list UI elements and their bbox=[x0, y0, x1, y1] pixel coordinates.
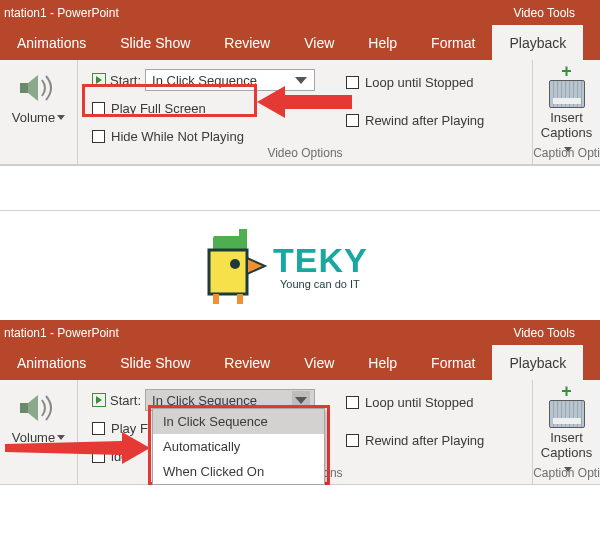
group-label-video-options: Video Options bbox=[78, 146, 532, 160]
start-dropdown-list[interactable]: In Click Sequence Automatically When Cli… bbox=[152, 408, 325, 485]
svg-marker-11 bbox=[28, 395, 38, 421]
panel-bottom: ntation1 - PowerPoint Video Tools Animat… bbox=[0, 320, 600, 485]
document-area bbox=[0, 165, 600, 210]
play-full-screen-label-truncated: Play F bbox=[111, 421, 148, 436]
svg-rect-9 bbox=[237, 294, 243, 304]
ribbon: Volume Start: In Click Sequence Play F bbox=[0, 380, 600, 485]
group-volume: Volume bbox=[0, 60, 78, 164]
loop-label: Loop until Stopped bbox=[365, 75, 473, 90]
rewind-checkbox[interactable] bbox=[346, 434, 359, 447]
tab-review[interactable]: Review bbox=[207, 345, 287, 380]
svg-marker-1 bbox=[28, 75, 38, 101]
volume-icon[interactable] bbox=[18, 390, 60, 426]
tab-view[interactable]: View bbox=[287, 345, 351, 380]
captions-icon[interactable] bbox=[549, 400, 585, 428]
contextual-tab-title: Video Tools bbox=[513, 6, 600, 20]
document-title: ntation1 - PowerPoint bbox=[0, 6, 119, 20]
group-label-caption-options: Caption Opti bbox=[533, 146, 600, 160]
loop-checkbox[interactable] bbox=[346, 396, 359, 409]
hide-while-not-playing-row[interactable]: Hide While Not Playing bbox=[92, 124, 342, 148]
logo-strip: TEKY Young can do IT bbox=[0, 210, 600, 320]
play-full-screen-label: Play Full Screen bbox=[111, 101, 206, 116]
tab-slide-show[interactable]: Slide Show bbox=[103, 345, 207, 380]
group-label-caption-options: Caption Opti bbox=[533, 466, 600, 480]
insert-captions-label: Insert Captions bbox=[541, 110, 592, 140]
loop-row[interactable]: Loop until Stopped bbox=[346, 390, 526, 414]
tab-format[interactable]: Format bbox=[414, 345, 492, 380]
svg-rect-8 bbox=[213, 294, 219, 304]
svg-rect-4 bbox=[239, 229, 247, 239]
volume-button[interactable]: Volume bbox=[12, 110, 65, 125]
start-dropdown-value: In Click Sequence bbox=[152, 393, 257, 408]
teky-logo: TEKY Young can do IT bbox=[195, 226, 405, 306]
contextual-tab-title: Video Tools bbox=[513, 326, 600, 340]
hide-while-not-playing-label-truncated: ide bbox=[111, 449, 128, 464]
group-captions: + Insert Captions Caption Opti bbox=[533, 380, 600, 484]
tab-playback[interactable]: Playback bbox=[492, 345, 583, 380]
start-label: Start: bbox=[110, 393, 141, 408]
start-dropdown-value: In Click Sequence bbox=[152, 73, 257, 88]
logo-brand: TEKY bbox=[273, 241, 368, 279]
tab-slide-show[interactable]: Slide Show bbox=[103, 25, 207, 60]
ribbon-tabs: Animations Slide Show Review View Help F… bbox=[0, 25, 600, 60]
svg-marker-7 bbox=[247, 258, 265, 274]
hide-while-not-playing-label: Hide While Not Playing bbox=[111, 129, 244, 144]
volume-button[interactable]: Volume bbox=[12, 430, 65, 445]
group-volume: Volume bbox=[0, 380, 78, 484]
ribbon-tabs: Animations Slide Show Review View Help F… bbox=[0, 345, 600, 380]
tab-help[interactable]: Help bbox=[351, 25, 414, 60]
volume-icon[interactable] bbox=[18, 70, 60, 106]
rewind-checkbox[interactable] bbox=[346, 114, 359, 127]
tab-review[interactable]: Review bbox=[207, 25, 287, 60]
group-video-options: Start: In Click Sequence Play Full Scree… bbox=[78, 60, 533, 164]
svg-rect-0 bbox=[20, 83, 28, 93]
tab-playback[interactable]: Playback bbox=[492, 25, 583, 60]
play-full-screen-checkbox[interactable] bbox=[92, 422, 105, 435]
loop-label: Loop until Stopped bbox=[365, 395, 473, 410]
play-icon bbox=[92, 73, 106, 87]
volume-label: Volume bbox=[12, 110, 55, 125]
loop-row[interactable]: Loop until Stopped bbox=[346, 70, 526, 94]
chevron-down-icon bbox=[292, 391, 310, 409]
hide-while-not-playing-checkbox[interactable] bbox=[92, 130, 105, 143]
rewind-row[interactable]: Rewind after Playing bbox=[346, 108, 526, 132]
title-bar: ntation1 - PowerPoint Video Tools bbox=[0, 320, 600, 345]
svg-rect-5 bbox=[209, 250, 247, 294]
chevron-down-icon bbox=[292, 71, 310, 89]
title-bar: ntation1 - PowerPoint Video Tools bbox=[0, 0, 600, 25]
group-captions: + Insert Captions Caption Opti bbox=[533, 60, 600, 164]
tab-animations[interactable]: Animations bbox=[0, 345, 103, 380]
volume-label: Volume bbox=[12, 430, 55, 445]
tab-format[interactable]: Format bbox=[414, 25, 492, 60]
logo-tagline: Young can do IT bbox=[280, 278, 360, 290]
play-full-screen-checkbox[interactable] bbox=[92, 102, 105, 115]
start-dropdown[interactable]: In Click Sequence bbox=[145, 69, 315, 91]
play-full-screen-row[interactable]: Play Full Screen bbox=[92, 96, 342, 120]
svg-point-6 bbox=[230, 259, 240, 269]
tab-help[interactable]: Help bbox=[351, 345, 414, 380]
svg-rect-10 bbox=[20, 403, 28, 413]
chevron-down-icon bbox=[57, 115, 65, 120]
rewind-label: Rewind after Playing bbox=[365, 113, 484, 128]
dropdown-item-in-click-sequence[interactable]: In Click Sequence bbox=[153, 409, 324, 434]
tab-animations[interactable]: Animations bbox=[0, 25, 103, 60]
plus-icon: + bbox=[561, 384, 572, 398]
document-title: ntation1 - PowerPoint bbox=[0, 326, 119, 340]
insert-captions-label: Insert Captions bbox=[541, 430, 592, 460]
rewind-row[interactable]: Rewind after Playing bbox=[346, 428, 526, 452]
chevron-down-icon bbox=[57, 435, 65, 440]
start-label: Start: bbox=[110, 73, 141, 88]
plus-icon: + bbox=[561, 64, 572, 78]
dropdown-item-when-clicked-on[interactable]: When Clicked On bbox=[153, 459, 324, 484]
hide-while-not-playing-checkbox[interactable] bbox=[92, 450, 105, 463]
dropdown-item-automatically[interactable]: Automatically bbox=[153, 434, 324, 459]
start-row: Start: In Click Sequence bbox=[92, 68, 342, 92]
panel-top: ntation1 - PowerPoint Video Tools Animat… bbox=[0, 0, 600, 210]
loop-checkbox[interactable] bbox=[346, 76, 359, 89]
ribbon: Volume Start: In Click Sequence Play Ful… bbox=[0, 60, 600, 165]
play-icon bbox=[92, 393, 106, 407]
rewind-label: Rewind after Playing bbox=[365, 433, 484, 448]
captions-icon[interactable] bbox=[549, 80, 585, 108]
tab-view[interactable]: View bbox=[287, 25, 351, 60]
